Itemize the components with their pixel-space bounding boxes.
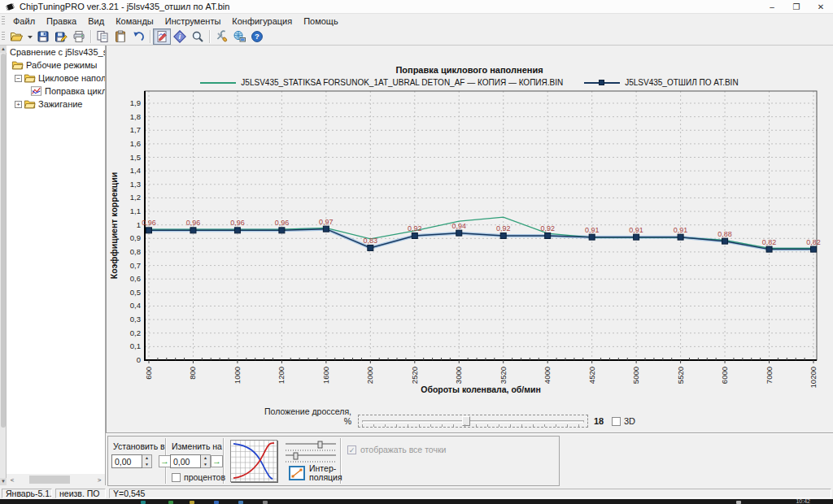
percent-checkbox-wrap[interactable]: процентов — [172, 472, 225, 482]
svg-text:0,92: 0,92 — [408, 224, 422, 232]
spin-down-icon[interactable]: ▼ — [201, 462, 210, 468]
svg-text:0,7: 0,7 — [130, 261, 141, 270]
folder-icon — [11, 59, 24, 71]
spin-down-icon[interactable]: ▼ — [142, 462, 151, 468]
spin-up-icon[interactable]: ▲ — [201, 455, 210, 462]
change-by-input[interactable]: 0,00 — [170, 454, 201, 468]
tree-item-work-modes[interactable]: Рабочие режимы — [7, 59, 105, 72]
save-edit-button[interactable] — [52, 28, 70, 45]
paste-button[interactable] — [111, 28, 129, 45]
collapse-icon[interactable]: − — [15, 75, 22, 82]
slider-ticks — [362, 424, 584, 427]
save-button[interactable] — [34, 28, 52, 45]
settings-button[interactable] — [212, 28, 230, 45]
scrollbar-thumb[interactable] — [1, 54, 6, 428]
taskbar-icon[interactable] — [238, 501, 243, 504]
controls-groupbox: Установить в 0,00 ▲▼ → Изменить на 0,00 … — [107, 436, 560, 486]
svg-text:?: ? — [255, 32, 259, 41]
tree-item-cyclic-filling[interactable]: −Цикловое наполнение — [7, 72, 105, 85]
legend-line-sample-icon — [200, 82, 236, 84]
set-to-input[interactable]: 0,00 — [111, 454, 142, 468]
print-button[interactable] — [70, 28, 88, 45]
menu-item-Конфигурация[interactable]: Конфигурация — [226, 15, 298, 27]
curves-button[interactable] — [230, 440, 277, 482]
taskbar-icon[interactable] — [263, 501, 268, 504]
toolbar-separator — [150, 30, 150, 43]
tree-vertical-scrollbar[interactable]: ▲ ▼ — [0, 46, 7, 485]
expand-icon[interactable]: + — [15, 101, 22, 108]
menu-gripper-icon[interactable] — [2, 16, 5, 26]
scroll-up-icon[interactable]: ▲ — [0, 46, 7, 53]
zoom-button[interactable] — [189, 28, 207, 45]
minimize-icon[interactable]: – — [760, 0, 784, 13]
svg-text:0,4: 0,4 — [130, 301, 141, 310]
menu-item-Инструменты[interactable]: Инструменты — [159, 15, 227, 27]
network-button[interactable] — [230, 28, 248, 45]
scroll-down-icon[interactable]: ▼ — [0, 478, 7, 485]
save-icon — [37, 30, 50, 43]
tree-item-label: Сравнение с j5lsv435_statiksa fo — [10, 47, 105, 57]
taskbar-icon[interactable] — [214, 501, 219, 504]
restore-icon[interactable]: ❐ — [784, 0, 809, 13]
undo-button[interactable] — [129, 28, 147, 45]
open-arrow-button[interactable] — [25, 28, 34, 45]
set-to-apply-button[interactable]: → — [159, 455, 171, 467]
svg-text:0,1: 0,1 — [130, 341, 141, 350]
info-button[interactable]: i — [171, 28, 189, 45]
chart-svg[interactable]: 00,10,20,30,40,50,60,70,80,911,11,21,31,… — [106, 86, 833, 405]
print-icon — [72, 30, 85, 43]
scrollbar-thumb[interactable] — [29, 476, 70, 484]
spin-buttons[interactable]: ▲▼ — [142, 454, 152, 468]
svg-text:0,88: 0,88 — [717, 230, 732, 238]
tree-horizontal-scrollbar[interactable]: < > — [7, 474, 106, 485]
status-bar: Январь-5.1.xнеизв. ПОY=0,545 — [0, 488, 833, 499]
toolbar-gripper-icon[interactable] — [2, 32, 5, 41]
map-edit-button[interactable] — [153, 28, 171, 45]
slider-track[interactable] — [362, 420, 584, 423]
svg-text:1,9: 1,9 — [130, 98, 141, 107]
scroll-left-icon[interactable]: < — [7, 476, 18, 484]
change-by-spinbox[interactable]: 0,00 ▲▼ — [170, 454, 211, 468]
svg-text:1,8: 1,8 — [130, 112, 141, 121]
menu-bar: ФайлПравкаВидКомандыИнструментыКонфигура… — [0, 14, 833, 28]
app-window: ChipTuningPRO ver.3.21 - j5lsv435_отшил … — [0, 0, 833, 504]
interpolation-label: Интер- поляция — [309, 464, 342, 482]
taskbar[interactable]: 10:42 — [0, 499, 833, 504]
undo-icon — [132, 30, 145, 43]
help-button[interactable]: ? — [248, 28, 266, 45]
menu-item-Вид[interactable]: Вид — [82, 15, 110, 27]
interpolation-button[interactable]: Интер- поляция — [289, 464, 342, 482]
throttle-value: 18 — [594, 416, 604, 426]
taskbar-icon[interactable] — [190, 501, 194, 504]
tree-item-ignition[interactable]: +Зажигание — [7, 98, 105, 111]
tree-item-comparison-root[interactable]: Сравнение с j5lsv435_statiksa fo — [7, 46, 105, 59]
menu-item-Правка[interactable]: Правка — [41, 15, 82, 27]
throttle-slider[interactable] — [358, 415, 588, 428]
menu-item-Помощь[interactable]: Помощь — [298, 15, 344, 27]
taskbar-icon[interactable] — [736, 501, 741, 504]
percent-checkbox[interactable] — [172, 473, 181, 482]
copy-button[interactable] — [94, 28, 111, 45]
taskbar-icon[interactable] — [168, 501, 173, 504]
folder-icon — [24, 72, 36, 84]
spin-buttons[interactable]: ▲▼ — [201, 454, 211, 468]
svg-text:0,96: 0,96 — [275, 219, 290, 227]
show-all-points-checkbox: ✓ — [347, 445, 356, 454]
menu-item-Файл[interactable]: Файл — [7, 15, 41, 27]
spin-up-icon[interactable]: ▲ — [142, 455, 151, 462]
menu-item-Команды[interactable]: Команды — [110, 15, 159, 27]
checkbox-3d[interactable] — [612, 417, 621, 426]
taskbar-icon[interactable] — [141, 501, 146, 504]
tree-item-cyclic-correction[interactable]: Поправка циклового — [7, 85, 105, 98]
folder-icon — [24, 98, 36, 110]
change-by-apply-button[interactable]: → — [211, 455, 223, 467]
close-icon[interactable]: ✕ — [809, 0, 833, 13]
show-all-points-label: отображать все точки — [360, 445, 446, 454]
scroll-right-icon[interactable]: > — [94, 476, 105, 484]
svg-text:0,82: 0,82 — [762, 238, 777, 246]
svg-text:0: 0 — [137, 355, 141, 364]
checkbox-3d-wrap[interactable]: 3D — [612, 416, 635, 426]
set-to-spinbox[interactable]: 0,00 ▲▼ — [111, 454, 152, 468]
open-button[interactable] — [7, 28, 25, 45]
save-edit-icon — [55, 30, 68, 43]
